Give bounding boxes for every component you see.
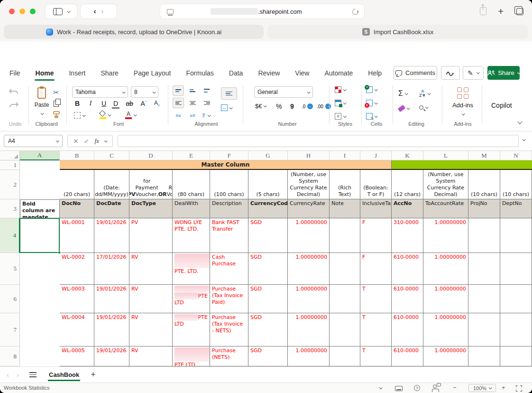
browser-tab-cashbook[interactable]: S Import CashBook.xlsx (267, 25, 528, 39)
cell-L6[interactable]: 1.00000000 (423, 285, 468, 313)
cell-D2[interactable]: (2 chars, PV for Payment Voucher, OR for… (129, 170, 173, 199)
increase-indent-button[interactable]: >≡ (187, 110, 198, 121)
cell-E2[interactable]: (80 chars) (173, 170, 210, 199)
font-size-select[interactable]: 8 (131, 86, 158, 98)
format-cells-button[interactable]: ✎ (366, 113, 377, 120)
cell-M2[interactable]: (10 chars) (468, 170, 500, 199)
comma-style-button[interactable]: 9 (290, 103, 294, 110)
paste-dropdown-icon[interactable] (40, 112, 44, 115)
cell-F2[interactable]: (100 chars) (210, 170, 248, 199)
borders-button[interactable] (74, 112, 85, 119)
column-header-B[interactable]: B (60, 151, 94, 160)
decrease-decimal-button[interactable]: .0← (302, 103, 313, 109)
ribbon-tab-view[interactable]: View (294, 66, 310, 80)
font-name-select[interactable]: Tahoma (72, 86, 128, 98)
cell-H3[interactable]: CurrencyRate (288, 199, 330, 218)
cell-G2[interactable]: (5 chars) (248, 170, 288, 199)
cell-K6[interactable]: 610-0000 (392, 285, 423, 313)
close-window-button[interactable] (9, 9, 15, 14)
cell-K7[interactable]: 610-0000 (392, 313, 423, 346)
align-right-button[interactable] (201, 98, 212, 108)
cell-C6[interactable]: 19/01/2026 (94, 285, 129, 313)
autosum-button[interactable]: Σ (398, 89, 407, 98)
addins-button[interactable]: Add-ins (448, 87, 478, 117)
cell-G8[interactable]: SGD (248, 346, 288, 366)
find-button[interactable] (419, 105, 428, 110)
minimize-window-button[interactable] (19, 9, 25, 14)
insert-function-button[interactable]: fx (94, 137, 99, 145)
cell-D5[interactable]: RV (129, 253, 173, 285)
ribbon-tab-share[interactable]: Share (100, 66, 119, 80)
cell-B8[interactable]: WL-0005 (60, 346, 94, 366)
redo-icon[interactable] (9, 102, 19, 109)
wrap-text-button[interactable] (221, 87, 237, 100)
feedback-icon[interactable] (433, 384, 437, 388)
zoom-level-select[interactable]: 100% (468, 384, 496, 392)
forward-button[interactable]: › (101, 7, 104, 16)
expand-formula-bar-icon[interactable] (523, 138, 526, 141)
insert-cells-button[interactable]: + (366, 86, 377, 93)
column-header-G[interactable]: G (248, 151, 288, 160)
reload-icon[interactable] (351, 7, 359, 16)
ribbon-tab-formulas[interactable]: Formulas (185, 66, 214, 80)
sort-filter-button[interactable]: AZ▼ (419, 89, 430, 98)
page-format-icon[interactable] (167, 9, 174, 14)
show-changes-button[interactable] (441, 66, 460, 80)
cell-H4[interactable]: 1.00000000 (288, 218, 330, 253)
fill-handle[interactable] (58, 251, 61, 254)
cell-L4[interactable]: 1.00000000 (423, 218, 468, 253)
ribbon-tab-home[interactable]: Home (35, 66, 55, 80)
column-header-N[interactable]: N (500, 151, 532, 160)
column-header-C[interactable]: C (94, 151, 129, 160)
double-underline-button[interactable]: D (112, 100, 119, 109)
column-header-J[interactable]: J (360, 151, 392, 160)
cell-D7[interactable]: RV (129, 313, 173, 346)
cell-E4[interactable]: WONG LYEPTE. LTD. (173, 218, 210, 253)
addins-dropdown-icon[interactable] (461, 112, 465, 115)
all-sheets-icon[interactable] (29, 371, 37, 379)
cell-L3[interactable]: ToAccountRate (423, 199, 468, 218)
formula-input[interactable] (118, 135, 519, 147)
cell-M4[interactable] (468, 218, 500, 253)
next-sheet-button[interactable]: › (17, 371, 19, 379)
cell-E7[interactable]: PTELTD (173, 313, 210, 346)
fill-color-button[interactable] (100, 111, 110, 119)
grow-font-button[interactable]: A^ (138, 100, 149, 107)
cell-N8[interactable] (500, 346, 532, 366)
cell-N2[interactable]: (10 chars) (500, 170, 532, 199)
cell-F7[interactable]: Purchase (Tax Invoice - NETS) (210, 313, 248, 346)
cell-B3[interactable]: DocNo (60, 199, 94, 218)
cell-M7[interactable] (468, 313, 500, 346)
column-header-E[interactable]: E (173, 151, 210, 160)
cell-C4[interactable]: 19/01/2026 (94, 218, 129, 253)
zoom-window-button[interactable] (30, 9, 36, 14)
cell-B2[interactable]: (20 chars) (60, 170, 94, 199)
ribbon-tab-automate[interactable]: Automate (323, 66, 354, 80)
cell-C2[interactable]: (Date: dd/MM/yyyy) (94, 170, 129, 199)
ribbon-tab-page-layout[interactable]: Page Layout (133, 66, 172, 80)
cell-B5[interactable]: WL-0002 (60, 253, 94, 285)
ribbon-tab-insert[interactable]: Insert (68, 66, 86, 80)
cell-I4[interactable] (330, 218, 360, 253)
green-banner[interactable] (392, 160, 532, 170)
cell-I5[interactable] (330, 253, 360, 285)
share-page-icon[interactable] (480, 7, 486, 15)
cell-M3[interactable]: ProjNo (468, 199, 500, 218)
clear-button[interactable] (398, 106, 409, 111)
column-header-K[interactable]: K (392, 151, 423, 160)
ribbon-tab-file[interactable]: File (9, 66, 21, 80)
row-header-2[interactable]: 2 (0, 170, 20, 199)
cell-B6[interactable]: WL-0003 (60, 285, 94, 313)
select-all-corner[interactable] (0, 151, 20, 160)
ribbon-tab-data[interactable]: Data (228, 66, 244, 80)
middle-align-button[interactable] (187, 85, 198, 96)
cell-M6[interactable] (468, 285, 500, 313)
share-button[interactable]: Share (487, 66, 520, 80)
row-header-5[interactable]: 5 (0, 253, 20, 285)
cell-D3[interactable]: DocType (129, 199, 173, 218)
cell-N6[interactable] (500, 285, 532, 313)
status-options-icon[interactable] (379, 386, 383, 389)
prev-sheet-button[interactable]: ‹ (7, 371, 9, 379)
ribbon-tab-review[interactable]: Review (257, 66, 281, 80)
editing-mode-button[interactable]: ✎ (463, 66, 484, 80)
